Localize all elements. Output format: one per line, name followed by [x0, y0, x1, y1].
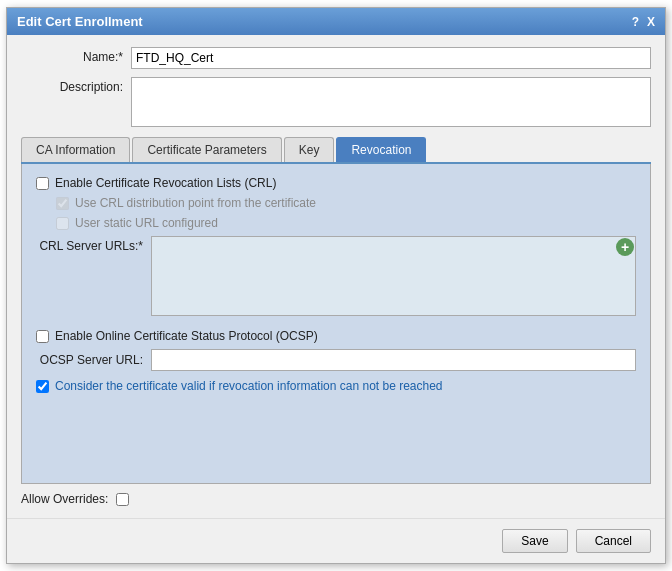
name-input[interactable]: [131, 47, 651, 69]
name-label: Name:*: [21, 47, 131, 64]
enable-crl-row: Enable Certificate Revocation Lists (CRL…: [36, 176, 636, 190]
crl-server-label: CRL Server URLs:*: [36, 236, 151, 253]
ocsp-server-label: OCSP Server URL:: [36, 353, 151, 367]
edit-cert-enrollment-dialog: Edit Cert Enrollment ? X Name:* Descript…: [6, 7, 666, 564]
consider-valid-label: Consider the certificate valid if revoca…: [55, 379, 443, 393]
dialog-titlebar: Edit Cert Enrollment ? X: [7, 8, 665, 35]
use-crl-dist-label: Use CRL distribution point from the cert…: [75, 196, 316, 210]
title-actions: ? X: [632, 15, 655, 29]
tab-cert-params[interactable]: Certificate Parameters: [132, 137, 281, 162]
tab-ca-info[interactable]: CA Information: [21, 137, 130, 162]
user-static-checkbox[interactable]: [56, 217, 69, 230]
user-static-row: User static URL configured: [56, 216, 636, 230]
allow-overrides-row: Allow Overrides:: [21, 492, 651, 506]
enable-ocsp-label: Enable Online Certificate Status Protoco…: [55, 329, 318, 343]
tabs: CA Information Certificate Parameters Ke…: [21, 137, 651, 164]
crl-server-row: CRL Server URLs:* +: [36, 236, 636, 319]
allow-overrides-checkbox[interactable]: [116, 493, 129, 506]
consider-valid-checkbox[interactable]: [36, 380, 49, 393]
allow-overrides-label: Allow Overrides:: [21, 492, 108, 506]
cancel-button[interactable]: Cancel: [576, 529, 651, 553]
enable-ocsp-checkbox[interactable]: [36, 330, 49, 343]
dialog-body: Name:* Description: CA Information Certi…: [7, 35, 665, 518]
close-button[interactable]: X: [647, 15, 655, 29]
dialog-title: Edit Cert Enrollment: [17, 14, 143, 29]
add-crl-server-button[interactable]: +: [616, 238, 634, 256]
crl-server-textarea[interactable]: [151, 236, 636, 316]
crl-server-wrap: +: [151, 236, 636, 319]
description-label: Description:: [21, 77, 131, 94]
name-row: Name:*: [21, 47, 651, 69]
use-crl-dist-checkbox[interactable]: [56, 197, 69, 210]
ocsp-server-row: OCSP Server URL:: [36, 349, 636, 371]
ocsp-server-input[interactable]: [151, 349, 636, 371]
enable-crl-label: Enable Certificate Revocation Lists (CRL…: [55, 176, 276, 190]
save-button[interactable]: Save: [502, 529, 567, 553]
description-row: Description:: [21, 77, 651, 127]
enable-crl-checkbox[interactable]: [36, 177, 49, 190]
tab-key[interactable]: Key: [284, 137, 335, 162]
dialog-footer: Save Cancel: [7, 518, 665, 563]
help-button[interactable]: ?: [632, 15, 639, 29]
enable-ocsp-row: Enable Online Certificate Status Protoco…: [36, 329, 636, 343]
tab-content-revocation: Enable Certificate Revocation Lists (CRL…: [21, 164, 651, 484]
user-static-label: User static URL configured: [75, 216, 218, 230]
description-textarea[interactable]: [131, 77, 651, 127]
consider-row: Consider the certificate valid if revoca…: [36, 379, 636, 393]
use-crl-dist-row: Use CRL distribution point from the cert…: [56, 196, 636, 210]
tab-revocation[interactable]: Revocation: [336, 137, 426, 162]
